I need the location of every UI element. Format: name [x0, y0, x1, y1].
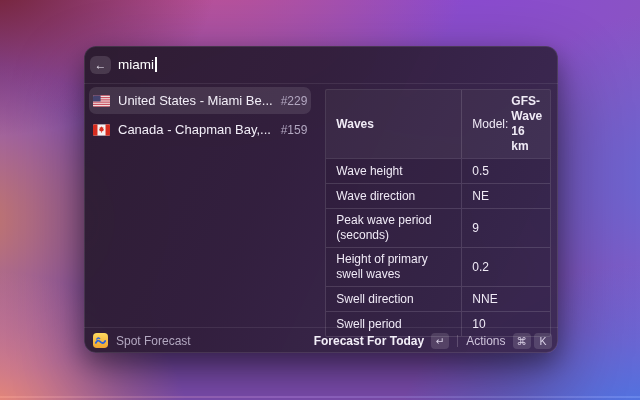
row-label: Wave height — [326, 159, 461, 183]
row-label: Swell direction — [326, 287, 461, 311]
enter-key-icon: ↵ — [436, 335, 445, 347]
result-label: Canada - Chapman Bay,... — [118, 122, 273, 137]
table-row: Wave height 0.5 — [326, 158, 550, 183]
row-label: Wave direction — [326, 184, 461, 208]
row-label: Peak wave period (seconds) — [326, 209, 461, 247]
result-canada-chapman-bay[interactable]: Canada - Chapman Bay,... #159 — [89, 116, 311, 143]
result-badge: #159 — [281, 123, 308, 137]
k-keycap: K — [534, 333, 552, 349]
divider — [457, 335, 458, 347]
row-value: NE — [461, 184, 550, 208]
text-caret — [155, 57, 157, 72]
primary-action-label: Forecast For Today — [314, 334, 424, 348]
table-row: Height of primary swell waves 0.2 — [326, 247, 550, 286]
model-value: GFS-Wave 16 km — [511, 94, 542, 154]
footer-actions: Forecast For Today ↵ Actions ⌘ K — [314, 333, 552, 349]
ca-flag-icon — [93, 124, 110, 136]
search-input[interactable]: miami — [118, 57, 157, 72]
command-key-icon: ⌘ — [517, 335, 528, 347]
table-row: Wave direction NE — [326, 183, 550, 208]
row-value: 0.2 — [461, 248, 550, 286]
waves-table: Waves Model: GFS-Wave 16 km Wave height … — [325, 89, 551, 337]
table-header-label: Waves — [326, 90, 461, 158]
result-united-states-miami[interactable]: United States - Miami Be... #229 — [89, 87, 311, 114]
k-key-label: K — [539, 335, 546, 347]
forecast-for-today-button[interactable]: Forecast For Today ↵ — [314, 333, 449, 349]
actions-label: Actions — [466, 334, 505, 348]
spot-forecast-app-icon — [93, 333, 108, 348]
detail-pane: Waves Model: GFS-Wave 16 km Wave height … — [316, 84, 558, 327]
row-label: Height of primary swell waves — [326, 248, 461, 286]
table-row: Swell direction NNE — [326, 286, 550, 311]
row-value: 9 — [461, 209, 550, 247]
desktop-horizon-glow — [0, 396, 640, 398]
window-body: United States - Miami Be... #229 — [84, 84, 558, 327]
model-prefix: Model: — [472, 117, 508, 132]
table-row: Peak wave period (seconds) 9 — [326, 208, 550, 247]
results-list: United States - Miami Be... #229 — [84, 84, 316, 327]
table-header-model: Model: GFS-Wave 16 km — [461, 90, 550, 158]
footer-bar: Spot Forecast Forecast For Today ↵ Actio… — [84, 327, 558, 353]
result-badge: #229 — [281, 94, 308, 108]
app-name-label: Spot Forecast — [116, 334, 191, 348]
cmd-keycap: ⌘ — [513, 333, 532, 349]
launcher-window: ← miami — [84, 46, 558, 353]
row-value: 0.5 — [461, 159, 550, 183]
us-flag-icon — [93, 95, 110, 107]
left-arrow-icon: ← — [95, 58, 107, 72]
row-value: NNE — [461, 287, 550, 311]
actions-button[interactable]: Actions ⌘ K — [466, 333, 552, 349]
search-bar: ← miami — [84, 46, 558, 84]
result-label: United States - Miami Be... — [118, 93, 273, 108]
table-header-row: Waves Model: GFS-Wave 16 km — [326, 90, 550, 158]
search-query-text: miami — [118, 57, 154, 72]
back-button[interactable]: ← — [90, 56, 111, 74]
enter-keycap: ↵ — [431, 333, 449, 349]
